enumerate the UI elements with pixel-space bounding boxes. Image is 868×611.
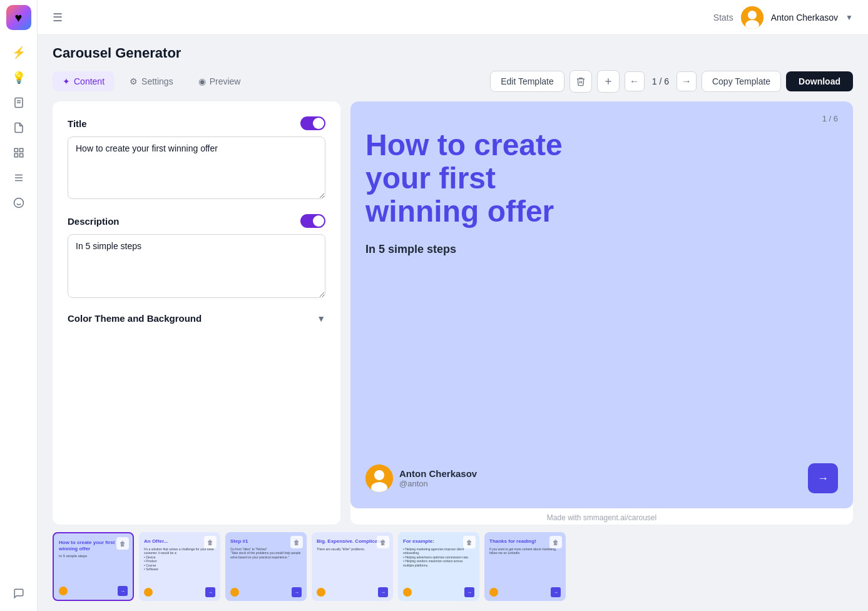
preview-subtitle: In 5 simple steps [365, 243, 838, 256]
color-theme-label: Color Theme and Background [68, 313, 202, 324]
sidebar: ♥ ⚡ 💡 [0, 0, 38, 611]
thumb-next-1: → [118, 586, 128, 596]
svg-point-14 [748, 11, 757, 19]
title-input[interactable] [68, 136, 325, 199]
tab-content[interactable]: ✦ Content [53, 71, 115, 91]
thumb-next-4: → [378, 587, 388, 597]
page-title: Carousel Generator [53, 45, 853, 61]
page-indicator: 1 / 6 [650, 76, 671, 86]
thumb-footer-6: → [489, 587, 561, 597]
thumb-footer-2: → [144, 587, 215, 597]
left-panel: Title Description Color [53, 101, 340, 525]
preview-next-button[interactable]: → [808, 463, 838, 493]
thumb-next-2: → [205, 587, 215, 597]
color-theme-section[interactable]: Color Theme and Background ▼ [68, 313, 325, 324]
preview-page-number: 1 / 6 [822, 114, 838, 123]
preview-footer: Anton Cherkasov @anton → [365, 463, 838, 493]
title-section: Title [68, 116, 325, 202]
thumb-body-5: • Helping marketing agencies improve cli… [403, 547, 474, 568]
edit-template-button[interactable]: Edit Template [490, 71, 564, 92]
thumb-footer-1: → [59, 586, 128, 596]
sidebar-item-bolt[interactable]: ⚡ [8, 41, 30, 64]
thumb-next-5: → [464, 587, 474, 597]
description-toggle[interactable] [300, 214, 325, 228]
thumb-delete-3[interactable]: 🗑 [290, 536, 303, 548]
thumb-avatar-2 [144, 588, 153, 597]
preview-author: Anton Cherkasov @anton [365, 465, 477, 492]
tab-preview[interactable]: ◉ Preview [188, 71, 251, 91]
description-section: Description [68, 214, 325, 300]
add-slide-button[interactable] [597, 70, 620, 93]
thumb-footer-5: → [403, 587, 474, 597]
title-header: Title [68, 116, 325, 130]
thumbnail-1[interactable]: 🗑 How to create your first winning offer… [53, 532, 134, 601]
description-input[interactable] [68, 234, 325, 298]
author-handle: @anton [399, 479, 477, 488]
main-area: ☰ Stats Anton Cherkasov ▼ Carousel Gener… [38, 0, 868, 611]
download-button[interactable]: Download [786, 71, 853, 91]
sidebar-item-layers[interactable] [8, 141, 30, 164]
thumb-delete-6[interactable]: 🗑 [549, 536, 562, 548]
preview-icon: ◉ [198, 76, 206, 86]
toolbar: ✦ Content ⚙ Settings ◉ Preview Edit Temp… [38, 70, 868, 101]
thumbnail-6[interactable]: 🗑 Thanks for reading! If you want to get… [484, 532, 566, 601]
panels-container: Title Description Color [38, 101, 868, 525]
header-left: ☰ [53, 11, 63, 24]
thumb-delete-1[interactable]: 🗑 [116, 537, 129, 550]
toggle-knob [313, 118, 324, 129]
user-name: Anton Cherkasov [771, 13, 838, 23]
hamburger-icon[interactable]: ☰ [53, 11, 63, 24]
copy-template-button[interactable]: Copy Template [702, 71, 781, 92]
sidebar-item-file[interactable] [8, 116, 30, 139]
thumb-next-6: → [551, 587, 561, 597]
thumbnail-4[interactable]: 🗑 Big. Expensive. Complicated. There are… [312, 532, 393, 601]
tab-preview-label: Preview [210, 76, 241, 86]
thumbnail-3[interactable]: 🗑 Step #1 Go from "titles" to "Niches""T… [225, 532, 307, 601]
header-right: Stats Anton Cherkasov ▼ [713, 6, 853, 29]
svg-rect-3 [14, 148, 18, 151]
sidebar-item-chat[interactable] [8, 582, 30, 605]
sidebar-bottom [8, 581, 30, 606]
thumb-footer-3: → [230, 587, 302, 597]
thumb-delete-5[interactable]: 🗑 [463, 536, 476, 548]
sidebar-item-smiley[interactable] [8, 192, 30, 214]
chevron-down-icon: ▼ [317, 314, 325, 324]
prev-slide-button[interactable]: ← [625, 71, 645, 91]
thumb-body-3: Go from "titles" to "Niches""Take stock … [230, 547, 302, 560]
svg-point-10 [14, 198, 23, 208]
svg-rect-6 [19, 154, 23, 157]
author-avatar [365, 465, 393, 492]
thumb-delete-2[interactable]: 🗑 [204, 536, 217, 548]
thumb-avatar-6 [489, 588, 498, 597]
title-toggle[interactable] [300, 116, 325, 130]
settings-icon: ⚙ [130, 76, 138, 86]
thumb-next-3: → [292, 587, 302, 597]
author-name: Anton Cherkasov [399, 468, 477, 479]
sidebar-item-list[interactable] [8, 167, 30, 189]
title-label: Title [68, 118, 87, 129]
chevron-down-icon[interactable]: ▼ [845, 13, 853, 22]
sidebar-item-page[interactable] [8, 91, 30, 114]
thumb-avatar-1 [59, 587, 68, 595]
tab-content-label: Content [74, 76, 105, 86]
thumb-body-6: If you want to get more content about ma… [489, 547, 561, 555]
preview-title: How to create your first winning offer [365, 129, 578, 228]
top-header: ☰ Stats Anton Cherkasov ▼ [38, 0, 868, 35]
author-info: Anton Cherkasov @anton [399, 468, 477, 488]
thumbnail-2[interactable]: 🗑 An Offer... It's a solution that solve… [139, 532, 220, 601]
preview-card: 1 / 6 How to create your first winning o… [350, 101, 853, 508]
tab-settings-label: Settings [141, 76, 173, 86]
thumbnail-5[interactable]: 🗑 For example: • Helping marketing agenc… [398, 532, 479, 601]
tab-settings[interactable]: ⚙ Settings [120, 71, 183, 91]
sidebar-item-lightbulb[interactable]: 💡 [8, 66, 30, 89]
stats-link[interactable]: Stats [713, 13, 733, 23]
content-icon: ✦ [63, 76, 70, 86]
user-avatar [741, 6, 763, 29]
svg-point-19 [374, 470, 384, 480]
delete-slide-button[interactable] [569, 70, 592, 93]
next-slide-button[interactable]: → [677, 71, 697, 91]
toggle-knob-desc [313, 215, 324, 227]
preview-watermark: Made with smmagent.ai/carousel [350, 508, 853, 525]
right-panel: 1 / 6 How to create your first winning o… [350, 101, 853, 525]
thumb-delete-4[interactable]: 🗑 [377, 536, 389, 548]
